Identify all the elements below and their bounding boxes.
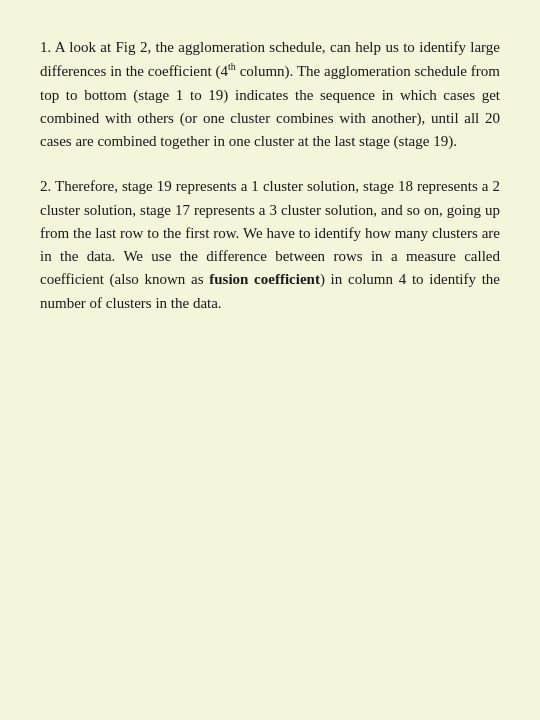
paragraph-2-text: 2. Therefore, stage 19 represents a 1 cl…: [40, 175, 500, 315]
paragraph-1: 1. A look at Fig 2, the agglomeration sc…: [40, 36, 500, 153]
paragraph-2: 2. Therefore, stage 19 represents a 1 cl…: [40, 175, 500, 315]
main-content: 1. A look at Fig 2, the agglomeration sc…: [0, 0, 540, 373]
paragraph-1-text: 1. A look at Fig 2, the agglomeration sc…: [40, 36, 500, 153]
